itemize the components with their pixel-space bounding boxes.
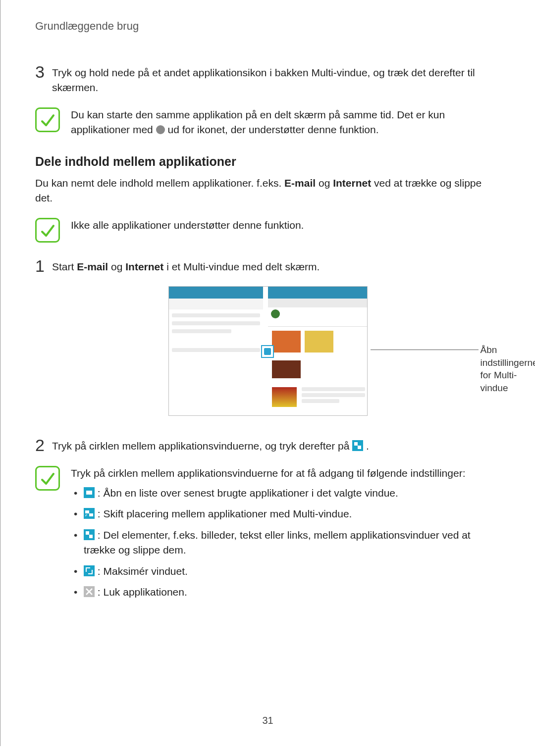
step-number: 1 [35, 257, 52, 274]
drag-content-icon [352, 440, 363, 451]
note-icon [35, 466, 60, 491]
list-item: : Skift placering mellem applikationer m… [71, 506, 500, 521]
list-item: : Del elementer, f.eks. billeder, tekst … [71, 528, 500, 558]
figure-illustration [168, 286, 368, 416]
step-text: Tryk på cirklen mellem applikationsvindu… [52, 439, 369, 454]
note-text: Du kan starte den samme applikation på e… [71, 107, 500, 138]
list-item: : Maksimér vinduet. [71, 564, 500, 579]
list-item: : Luk applikationen. [71, 585, 500, 600]
step-number: 2 [35, 437, 52, 454]
step-number: 3 [35, 63, 52, 80]
page-number: 31 [35, 715, 500, 726]
svg-rect-3 [85, 510, 89, 513]
note-not-all-apps: Ikke alle applikationer understøtter den… [35, 218, 500, 243]
svg-rect-0 [354, 442, 358, 446]
step1-mid: og [111, 261, 125, 272]
note-lead: Tryk på cirklen mellem applikationsvindu… [71, 466, 500, 481]
settings-list: : Åbn en liste over senest brugte applik… [71, 486, 500, 600]
step2-post: . [366, 440, 369, 452]
note-icon [35, 218, 60, 243]
step1-bold-internet: Internet [125, 261, 163, 272]
note-text: Tryk på cirklen mellem applikationsvindu… [71, 466, 500, 606]
figure-multiwindow: Åbn indstillingerne for Multi-vindue [35, 286, 500, 416]
step-2: 2 Tryk på cirklen mellem applikationsvin… [35, 436, 500, 454]
page-header: Grundlæggende brug [35, 20, 500, 33]
svg-rect-6 [89, 535, 93, 538]
step-3: 3 Tryk og hold nede på et andet applikat… [35, 62, 500, 96]
maximize-icon [84, 565, 95, 576]
svg-rect-2 [86, 491, 92, 495]
intro-paragraph: Du kan nemt dele indhold mellem applikat… [35, 176, 500, 206]
close-icon [84, 586, 95, 597]
multiwindow-handle-icon [261, 345, 274, 358]
list-item: : Åbn en liste over senest brugte applik… [71, 486, 500, 501]
step1-pre: Start [52, 261, 77, 272]
step1-post: i et Multi-vindue med delt skærm. [166, 261, 320, 272]
swap-windows-icon [84, 508, 95, 519]
note-text: Ikke alle applikationer understøtter den… [71, 218, 304, 233]
note-text-post: ud for ikonet, der understøtter denne fu… [167, 124, 378, 135]
note-same-app: Du kan starte den samme applikation på e… [35, 107, 500, 138]
list-text: : Maksimér vinduet. [98, 565, 188, 577]
multi-instance-dot-icon [156, 125, 165, 134]
intro-mid: og [319, 177, 333, 189]
intro-bold-email: E-mail [284, 177, 316, 189]
list-text: : Åbn en liste over senest brugte applik… [98, 487, 398, 499]
recent-apps-icon [84, 487, 95, 498]
step-text: Start E-mail og Internet i et Multi-vind… [52, 259, 320, 274]
intro-bold-internet: Internet [333, 177, 371, 189]
list-text: : Skift placering mellem applikationer m… [98, 508, 352, 519]
list-text: : Del elementer, f.eks. billeder, tekst … [84, 529, 471, 555]
svg-rect-1 [358, 446, 361, 449]
figure-callout: Åbn indstillingerne for Multi-vindue [481, 344, 535, 395]
step-1: 1 Start E-mail og Internet i et Multi-vi… [35, 256, 500, 274]
drag-content-icon [84, 529, 95, 540]
list-text: : Luk applikationen. [98, 586, 187, 598]
callout-line [371, 350, 479, 350]
note-settings-list: Tryk på cirklen mellem applikationsvindu… [35, 466, 500, 606]
section-heading: Dele indhold mellem applikationer [35, 154, 500, 169]
intro-pre: Du kan nemt dele indhold mellem applikat… [35, 177, 284, 189]
note-icon [35, 107, 60, 132]
step1-bold-email: E-mail [77, 261, 108, 272]
step2-pre: Tryk på cirklen mellem applikationsvindu… [52, 440, 352, 452]
step-text: Tryk og hold nede på et andet applikatio… [52, 65, 500, 96]
svg-rect-4 [89, 513, 93, 516]
svg-rect-5 [86, 531, 89, 535]
